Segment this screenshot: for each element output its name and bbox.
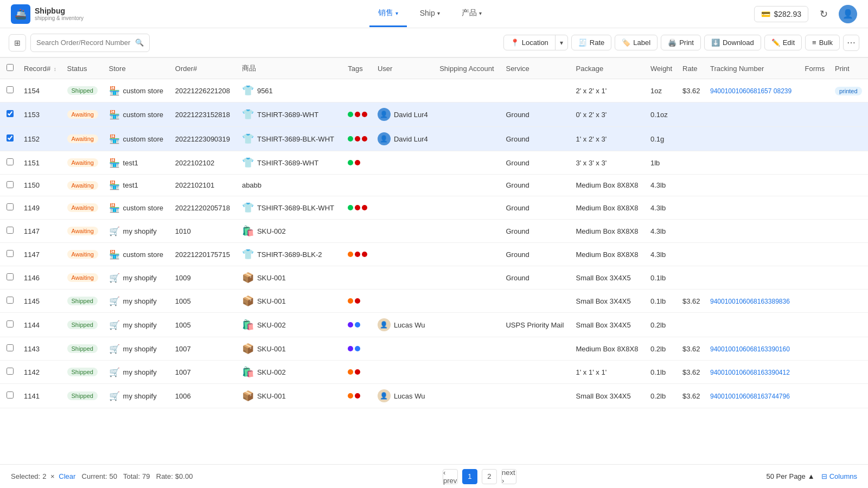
tag-dot: [362, 252, 367, 257]
nav-tab-sales[interactable]: 销售 ▾: [369, 1, 407, 27]
row-checkbox-cell[interactable]: [0, 337, 20, 361]
row-checkbox-cell[interactable]: [0, 243, 20, 266]
refresh-button[interactable]: ↻: [815, 5, 832, 23]
row-checkbox-cell[interactable]: [0, 290, 20, 313]
avatar[interactable]: 👤: [839, 5, 857, 23]
per-page-selector[interactable]: 50 Per Page ▲: [767, 472, 815, 480]
order-number: 1005: [171, 313, 238, 337]
page-2-button[interactable]: 2: [482, 469, 497, 484]
row-checkbox[interactable]: [7, 134, 14, 142]
col-shipping-account: Shipping Account: [435, 58, 501, 79]
row-checkbox-cell[interactable]: [0, 220, 20, 243]
filter-button[interactable]: ⊞: [9, 34, 26, 52]
print-status-cell: [831, 266, 868, 290]
row-checkbox[interactable]: [7, 344, 14, 351]
bulk-button[interactable]: ≡ Bulk: [805, 35, 840, 50]
tracking-link[interactable]: 9400100106068163744796: [710, 393, 790, 400]
tag-dot: [355, 136, 360, 142]
nav-tab-ship[interactable]: Ship ▾: [411, 1, 449, 27]
user-cell: [373, 266, 435, 290]
service-cell: [501, 361, 571, 384]
row-checkbox[interactable]: [7, 297, 14, 304]
table-row: 1153Awaiting🏪custom store20221223152818👕…: [0, 102, 868, 127]
search-input[interactable]: [36, 38, 131, 47]
bottom-right-controls: 50 Per Page ▲ ⊟ Columns: [767, 472, 857, 480]
row-checkbox-cell[interactable]: [0, 196, 20, 220]
row-checkbox[interactable]: [7, 181, 14, 188]
forms-cell: [800, 290, 830, 313]
tracking-link[interactable]: 94001001060681657 08239: [710, 87, 792, 95]
columns-button[interactable]: ⊟ Columns: [821, 472, 857, 480]
balance-button[interactable]: 💳 $282.93: [754, 6, 808, 22]
more-options-button[interactable]: ⋯: [843, 35, 859, 51]
service-cell: [501, 290, 571, 313]
row-checkbox-cell[interactable]: [0, 102, 20, 127]
row-checkbox[interactable]: [7, 110, 14, 117]
location-button[interactable]: 📍 Location: [504, 35, 556, 50]
row-checkbox[interactable]: [7, 391, 14, 399]
next-page-button[interactable]: next ›: [501, 469, 516, 484]
product-cell: 🛍️SKU-002: [238, 313, 343, 337]
label-button[interactable]: 🏷️ Label: [615, 35, 658, 50]
row-checkbox-cell[interactable]: [0, 361, 20, 384]
rate-cell: [678, 196, 706, 220]
rate-button[interactable]: 🧾 Rate: [571, 35, 611, 50]
col-user: User: [373, 58, 435, 79]
user-cell: 👤Lucas Wu: [373, 384, 435, 408]
row-checkbox-cell[interactable]: [0, 151, 20, 175]
row-checkbox-cell[interactable]: [0, 127, 20, 151]
order-number: 1009: [171, 266, 238, 290]
tracking-link[interactable]: 9400100106068163390412: [710, 369, 790, 376]
row-checkbox[interactable]: [7, 368, 14, 375]
print-status-cell: [831, 361, 868, 384]
store-cell: 🏪custom store: [105, 243, 171, 266]
tracking-cell: [706, 175, 800, 196]
col-product: 商品: [238, 58, 343, 79]
row-checkbox-cell[interactable]: [0, 266, 20, 290]
shipping-account-cell: [435, 384, 501, 408]
nav-tab-products[interactable]: 产品 ▾: [453, 1, 490, 27]
columns-label: Columns: [829, 472, 857, 480]
row-checkbox[interactable]: [7, 158, 14, 165]
logo[interactable]: 🚢 Shipbug shipping & inventory: [11, 4, 84, 24]
row-checkbox-cell[interactable]: [0, 384, 20, 408]
row-checkbox[interactable]: [7, 273, 14, 280]
row-checkbox[interactable]: [7, 203, 14, 210]
product-icon: 👕: [242, 202, 254, 214]
select-all-header[interactable]: [0, 58, 20, 79]
row-checkbox-cell[interactable]: [0, 313, 20, 337]
print-status-cell: [831, 313, 868, 337]
product-name: SKU-001: [257, 345, 286, 353]
tag-dot: [362, 136, 367, 142]
tracking-cell: 9400100106068163389836: [706, 290, 800, 313]
product-cell: 👕TSHIRT-3689-BLK-WHT: [238, 127, 343, 151]
tracking-link[interactable]: 9400100106068163389836: [710, 298, 790, 305]
tag-dot: [355, 252, 360, 257]
edit-button[interactable]: ✏️ Edit: [764, 35, 802, 50]
prev-page-button[interactable]: ‹ prev: [443, 469, 458, 484]
nav-tabs: 销售 ▾ Ship ▾ 产品 ▾: [105, 1, 754, 27]
print-button[interactable]: 🖨️ Print: [661, 35, 701, 50]
store-cell: 🛒my shopify: [105, 313, 171, 337]
row-checkbox[interactable]: [7, 250, 14, 257]
clear-button[interactable]: Clear: [59, 472, 75, 480]
tracking-link[interactable]: 9400100106068163390160: [710, 345, 790, 353]
store-cell: 🏪test1: [105, 175, 171, 196]
store-cell: 🏪custom store: [105, 196, 171, 220]
row-checkbox-cell[interactable]: [0, 79, 20, 102]
row-checkbox-cell[interactable]: [0, 175, 20, 196]
weight-cell: 0.1lb: [646, 361, 678, 384]
total-label: Total:: [119, 472, 140, 480]
weight-cell: 4.3lb: [646, 196, 678, 220]
rate-cell: [678, 175, 706, 196]
row-checkbox[interactable]: [7, 227, 14, 234]
row-checkbox[interactable]: [7, 320, 14, 328]
select-all-checkbox[interactable]: [7, 64, 14, 71]
product-icon: 📦: [242, 295, 254, 307]
page-1-button[interactable]: 1: [462, 469, 477, 484]
location-dropdown-button[interactable]: ▾: [556, 36, 567, 50]
download-button[interactable]: ⬇️ Download: [704, 35, 761, 50]
row-checkbox[interactable]: [7, 86, 14, 93]
logo-subtitle: shipping & inventory: [35, 15, 84, 21]
store-name: my shopify: [123, 392, 157, 400]
